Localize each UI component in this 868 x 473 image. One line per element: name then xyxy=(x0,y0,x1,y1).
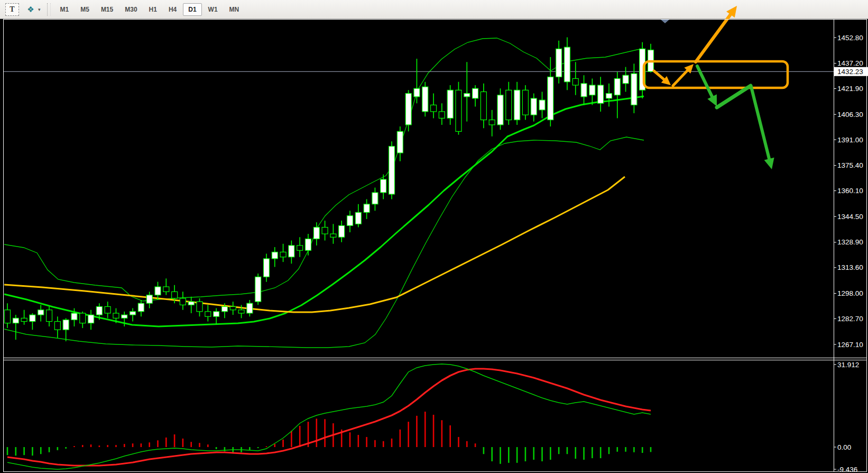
bollinger-middle-band xyxy=(4,96,644,326)
chart-symbol-period: XAUUSD,Daily xyxy=(15,22,64,30)
candle-body xyxy=(339,225,345,237)
mt4-window: T ❖ ▾ M1M5M15M30H1H4D1W1MN SELL ▼ 0.60 ▲… xyxy=(0,0,868,473)
candle-body xyxy=(71,313,77,320)
timeframe-button-mn[interactable]: MN xyxy=(224,3,245,16)
candle-body xyxy=(88,315,94,323)
macd-tick-label: -9.436 xyxy=(837,466,857,473)
chevron-down-icon[interactable]: ▾ xyxy=(38,7,41,12)
volume-input[interactable]: 0.60 xyxy=(54,34,98,44)
candle-body xyxy=(255,277,261,302)
candle-body xyxy=(96,306,102,315)
candle-body xyxy=(347,216,353,226)
candle-body xyxy=(172,292,178,298)
candle-body xyxy=(197,302,202,312)
timeframe-button-m1[interactable]: M1 xyxy=(55,3,75,16)
timeframe-button-d1[interactable]: D1 xyxy=(183,3,201,16)
candle-body xyxy=(47,310,52,322)
bollinger-upper-band xyxy=(4,38,644,301)
timeframe-button-h1[interactable]: H1 xyxy=(144,3,162,16)
timeframe-bar: M1M5M15M30H1H4D1W1MN xyxy=(55,3,245,16)
candle-body xyxy=(355,212,361,224)
volume-decrease-button[interactable]: ▼ xyxy=(42,32,54,46)
candle-body xyxy=(648,50,653,71)
candle-body xyxy=(598,85,604,103)
chart-ohlc-values: 1445.30 1449.06 1431.64 1432.23 xyxy=(68,22,177,30)
candle-body xyxy=(389,147,395,195)
candle-body xyxy=(606,94,612,98)
annotation-arrow-line[interactable] xyxy=(673,69,689,86)
annotation-arrow-line[interactable] xyxy=(696,13,732,62)
candle-body xyxy=(30,315,35,321)
candle-body xyxy=(113,313,119,318)
price-tick-label: 1437.20 xyxy=(837,59,863,67)
sell-price-display[interactable]: 1432 23 xyxy=(6,48,74,69)
candle-body xyxy=(138,303,144,312)
chart-canvas[interactable]: 1452.801437.201421.901406.301391.001375.… xyxy=(0,0,868,473)
candle-body xyxy=(514,90,520,120)
candle-body xyxy=(640,49,645,90)
candle-body xyxy=(631,74,637,105)
timeframe-button-m15[interactable]: M15 xyxy=(96,3,118,16)
annotation-arrow-line[interactable] xyxy=(717,86,751,107)
candle-body xyxy=(122,315,127,318)
candle-body xyxy=(581,84,587,97)
candle-body xyxy=(63,320,69,330)
candle-body xyxy=(5,310,11,323)
candle-body xyxy=(564,47,570,82)
candle-body xyxy=(439,112,445,118)
price-tick-label: 1421.90 xyxy=(837,85,863,93)
timeframe-button-h4[interactable]: H4 xyxy=(163,3,182,16)
buy-button[interactable]: BUY xyxy=(113,32,143,46)
timeframe-button-w1[interactable]: W1 xyxy=(203,3,223,16)
chart-title: ▲ XAUUSD,Daily 1445.30 1449.06 1431.64 1… xyxy=(6,22,177,30)
buy-price-display[interactable]: 1432 66 xyxy=(76,48,144,69)
candle-body xyxy=(473,88,478,98)
candle-body xyxy=(381,179,386,193)
candle-body xyxy=(548,77,553,120)
candle-body xyxy=(589,85,595,95)
annotation-arrow-head[interactable] xyxy=(764,158,774,169)
annotation-arrow-line[interactable] xyxy=(697,66,713,98)
annotation-arrow-line[interactable] xyxy=(751,87,770,161)
candle-body xyxy=(531,98,537,115)
price-tick-label: 1375.40 xyxy=(837,161,863,169)
toolbar-separator xyxy=(47,3,51,16)
candle-body xyxy=(556,49,562,77)
current-price-label: 1432.23 xyxy=(837,68,863,76)
candle-body xyxy=(456,90,461,131)
candle-body xyxy=(21,318,27,321)
candle-body xyxy=(422,87,428,112)
candle-body xyxy=(489,120,495,125)
timeframe-button-m30[interactable]: M30 xyxy=(119,3,142,16)
price-tick-label: 1452.80 xyxy=(837,34,863,42)
candle-body xyxy=(305,239,311,250)
candle-body xyxy=(522,90,528,115)
annotation-rectangle[interactable] xyxy=(644,61,788,88)
annotation-arrow-head[interactable] xyxy=(661,76,671,85)
collapse-triangle-icon[interactable]: ▲ xyxy=(6,23,11,29)
candle-body xyxy=(247,303,253,313)
candle-body xyxy=(155,287,161,295)
candle-body xyxy=(263,259,269,277)
annotation-arrow-line[interactable] xyxy=(654,71,666,80)
candle-body xyxy=(214,312,219,316)
macd-main-line xyxy=(7,364,651,469)
timeframe-button-m5[interactable]: M5 xyxy=(75,3,95,16)
candle-body xyxy=(447,90,453,118)
chart-background xyxy=(3,19,867,472)
annotation-arrow-head[interactable] xyxy=(684,64,694,74)
sell-button[interactable]: SELL xyxy=(6,32,40,46)
sell-price-pips: 23 xyxy=(39,50,63,68)
candle-body xyxy=(614,78,620,95)
candle-body xyxy=(313,228,319,239)
scrollbar-corner[interactable] xyxy=(4,452,11,469)
objects-tool-icon[interactable]: ❖ xyxy=(24,4,37,15)
price-tick-label: 1406.30 xyxy=(837,111,863,119)
annotation-arrow-head[interactable] xyxy=(707,94,717,106)
candle-body xyxy=(180,298,186,305)
candle-body xyxy=(280,252,286,257)
buy-price-pips: 66 xyxy=(108,50,132,68)
volume-increase-button[interactable]: ▲ xyxy=(98,32,110,46)
candle-body xyxy=(414,88,420,97)
text-label-tool-icon[interactable]: T xyxy=(5,3,19,16)
